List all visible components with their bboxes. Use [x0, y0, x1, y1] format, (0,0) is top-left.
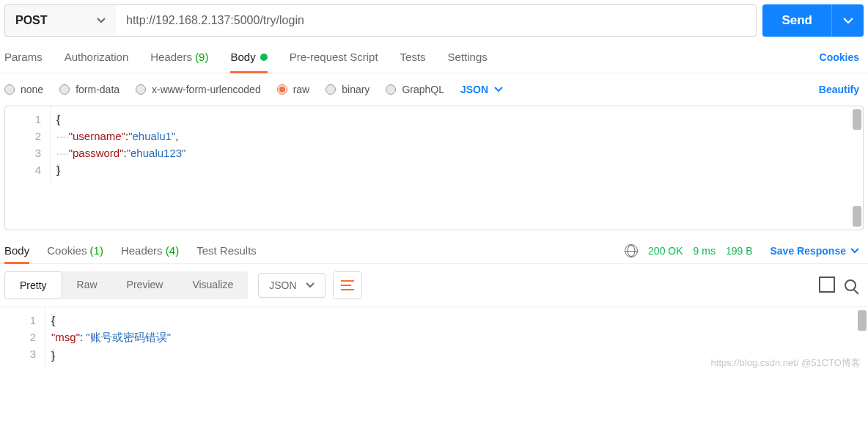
view-raw-button[interactable]: Raw — [62, 271, 112, 299]
tab-body[interactable]: Body — [230, 41, 267, 73]
response-tab-cookies-label: Cookies — [47, 244, 87, 257]
wrap-lines-button[interactable] — [333, 271, 362, 299]
search-icon[interactable] — [845, 279, 856, 291]
code-text: } — [56, 164, 60, 176]
radio-icon — [386, 84, 396, 95]
tab-headers[interactable]: Headers (9) — [150, 41, 208, 73]
dot-icon — [260, 54, 268, 61]
send-button[interactable]: Send — [762, 4, 831, 37]
body-language-select[interactable]: JSON — [460, 84, 503, 95]
status-code: 200 OK — [648, 245, 683, 257]
response-tab-cookies[interactable]: Cookies (1) — [47, 238, 103, 263]
radio-urlencoded-label: x-www-form-urlencoded — [152, 84, 261, 95]
tab-headers-label: Headers — [150, 51, 192, 63]
indent-dots: ···· — [56, 147, 69, 159]
chevron-down-icon — [306, 282, 315, 288]
radio-raw-label: raw — [293, 84, 310, 95]
radio-formdata-label: form-data — [76, 84, 119, 95]
response-tab-headers-label: Headers — [121, 244, 163, 257]
scrollbar-thumb[interactable] — [853, 206, 861, 227]
radio-icon — [4, 84, 15, 95]
line-number: 3 — [5, 144, 41, 161]
line-number: 2 — [0, 329, 36, 345]
tab-authorization[interactable]: Authorization — [65, 41, 129, 73]
response-language-value: JSON — [269, 279, 296, 291]
beautify-link[interactable]: Beautify — [819, 84, 864, 95]
view-pretty-button[interactable]: Pretty — [4, 271, 62, 299]
chevron-down-icon — [494, 87, 503, 92]
json-key: "password" — [69, 147, 124, 159]
body-language-value: JSON — [460, 84, 488, 95]
tab-params[interactable]: Params — [4, 41, 43, 73]
comma: , — [175, 130, 178, 142]
code-text: { — [51, 314, 55, 326]
chevron-down-icon — [97, 18, 106, 23]
radio-graphql-label: GraphQL — [402, 84, 444, 95]
save-response-label: Save Response — [770, 245, 847, 257]
http-method-value: POST — [15, 14, 48, 27]
code-text: { — [56, 113, 60, 125]
globe-icon[interactable] — [625, 244, 638, 257]
json-value: "ehualu1" — [128, 130, 175, 142]
wrap-icon — [341, 280, 354, 290]
watermark-text: https://blog.csdn.net/ @51CTO博客 — [0, 356, 868, 374]
response-language-select[interactable]: JSON — [258, 273, 325, 298]
save-response-button[interactable]: Save Response — [770, 245, 864, 257]
view-preview-button[interactable]: Preview — [112, 271, 178, 299]
tab-body-label: Body — [230, 51, 255, 63]
response-tab-headers[interactable]: Headers (4) — [121, 238, 179, 263]
tab-prerequest[interactable]: Pre-request Script — [290, 41, 378, 73]
radio-icon — [136, 84, 146, 95]
send-options-button[interactable] — [831, 4, 864, 37]
copy-icon[interactable] — [821, 279, 834, 292]
indent-dots: ···· — [56, 130, 69, 142]
json-key: "msg" — [51, 331, 80, 343]
cookies-link[interactable]: Cookies — [820, 51, 864, 63]
chevron-down-icon — [850, 248, 859, 254]
tab-settings[interactable]: Settings — [448, 41, 488, 73]
radio-binary-label: binary — [342, 84, 369, 95]
tab-headers-count: (9) — [195, 51, 208, 63]
line-number: 4 — [5, 161, 41, 178]
http-method-select[interactable]: POST — [4, 4, 116, 37]
radio-graphql[interactable]: GraphQL — [386, 84, 444, 95]
response-tab-tests[interactable]: Test Results — [196, 238, 257, 263]
scrollbar-thumb[interactable] — [858, 310, 867, 331]
line-number: 1 — [5, 111, 41, 128]
json-key: "username" — [69, 130, 125, 142]
view-visualize-button[interactable]: Visualize — [177, 271, 248, 299]
radio-none[interactable]: none — [4, 84, 43, 95]
line-number: 2 — [5, 128, 41, 144]
radio-urlencoded[interactable]: x-www-form-urlencoded — [136, 84, 261, 95]
status-size: 199 B — [726, 245, 753, 257]
response-tab-cookies-count: (1) — [90, 244, 103, 257]
line-number: 1 — [0, 312, 36, 329]
radio-icon — [277, 84, 287, 95]
radio-icon — [326, 84, 336, 95]
json-value: "账号或密码错误" — [86, 331, 171, 343]
radio-binary[interactable]: binary — [326, 84, 369, 95]
radio-raw[interactable]: raw — [277, 84, 310, 95]
chevron-down-icon — [843, 18, 853, 24]
request-body-editor[interactable]: 1 2 3 4 { ····"username":"ehualu1", ····… — [4, 106, 864, 230]
scrollbar-thumb[interactable] — [853, 109, 861, 130]
tab-tests[interactable]: Tests — [400, 41, 426, 73]
json-value: "ehualu123" — [127, 147, 186, 159]
radio-none-label: none — [21, 84, 43, 95]
response-tab-body[interactable]: Body — [4, 238, 29, 263]
response-tab-headers-count: (4) — [166, 244, 179, 257]
status-time: 9 ms — [694, 245, 716, 257]
radio-icon — [59, 84, 70, 95]
url-input[interactable] — [116, 4, 757, 37]
radio-formdata[interactable]: form-data — [59, 84, 119, 95]
